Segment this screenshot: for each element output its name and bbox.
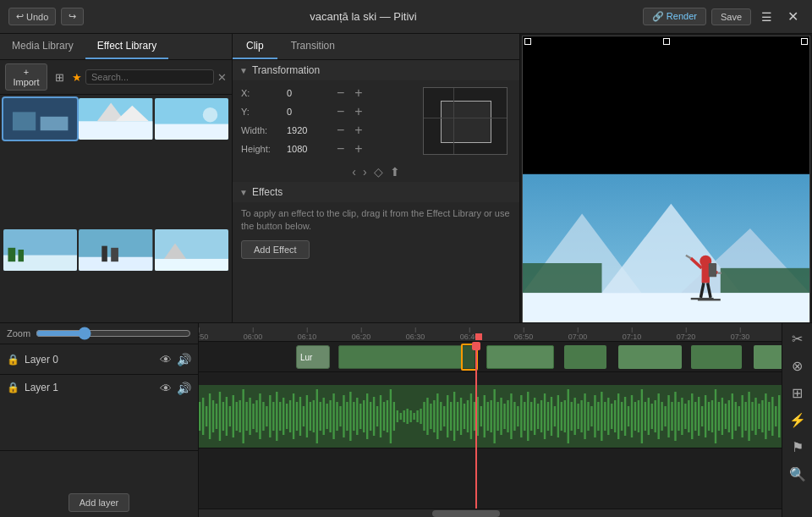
diamond-keyframe-button[interactable]: ◇ [374, 165, 383, 179]
redo-icon: ↪ [69, 11, 76, 22]
svg-rect-93 [343, 395, 344, 437]
svg-rect-85 [316, 389, 318, 443]
clip-block-lur[interactable]: Lur [296, 345, 330, 369]
scissors-tool-button[interactable]: ✂ [786, 327, 809, 350]
svg-rect-135 [484, 395, 486, 437]
svg-rect-48 [709, 263, 716, 277]
ruler-tick-9: 07:20 [677, 327, 696, 341]
layer0-mute-button[interactable]: 🔊 [177, 353, 191, 366]
list-view-button[interactable]: ⊞ [51, 69, 69, 85]
transform-visual [423, 87, 508, 155]
clip-block-4[interactable] [564, 345, 606, 369]
svg-rect-88 [326, 404, 327, 429]
height-value: 1080 [287, 144, 329, 154]
timeline-main: 05:50 06:00 06:10 06:20 06:30 06:40 06:5… [199, 323, 782, 517]
svg-rect-163 [577, 404, 579, 429]
svg-rect-140 [500, 398, 502, 435]
search-clear-button[interactable]: ✕ [217, 71, 227, 84]
height-increment-button[interactable]: + [352, 142, 365, 156]
timeline-scrollbar[interactable] [199, 509, 782, 517]
svg-rect-191 [671, 402, 672, 431]
snap-tool-button[interactable]: ⚡ [786, 408, 809, 432]
x-increment-button[interactable]: + [352, 86, 365, 100]
media-thumbnail-5[interactable] [79, 229, 152, 271]
y-decrement-button[interactable]: − [334, 105, 347, 118]
svg-rect-126 [453, 392, 455, 441]
x-value: 0 [287, 88, 329, 98]
svg-rect-153 [544, 393, 546, 439]
menu-button[interactable]: ☰ [756, 8, 777, 25]
tab-clip[interactable]: Clip [233, 34, 277, 59]
layer0-name: Layer 0 [25, 354, 155, 366]
marker-tool-button[interactable]: ⚑ [786, 435, 809, 459]
effects-hint: To apply an effect to the clip, drag it … [241, 207, 511, 234]
media-thumbnail-3[interactable] [155, 98, 228, 140]
width-increment-button[interactable]: + [352, 124, 365, 137]
clip-block-3[interactable] [486, 345, 554, 369]
tab-transition[interactable]: Transition [277, 34, 348, 59]
track-layer-0: Lur [199, 342, 782, 372]
media-thumbnail-4[interactable] [3, 229, 77, 271]
svg-rect-113 [409, 410, 411, 422]
undo-button[interactable]: ↩ Undo [8, 8, 56, 25]
ruler-tick-2: 06:10 [298, 327, 317, 341]
close-button[interactable]: ✕ [782, 7, 804, 26]
save-button[interactable]: Save [711, 8, 751, 25]
layer-0-row: 🔒 Layer 0 👁 🔊 [0, 344, 198, 375]
svg-rect-223 [778, 395, 780, 437]
add-layer-button[interactable]: Add layer [69, 493, 129, 512]
height-decrement-button[interactable]: − [334, 142, 347, 156]
clip-block-2[interactable] [338, 345, 475, 369]
timeline-scrollbar-thumb[interactable] [432, 510, 500, 517]
grid-tool-button[interactable]: ⊞ [786, 381, 809, 404]
render-button[interactable]: 🔗 Render [643, 8, 706, 25]
layer1-mute-button[interactable]: 🔊 [177, 382, 191, 395]
add-effect-button[interactable]: Add Effect [241, 240, 310, 259]
clip-block-5[interactable] [618, 345, 682, 369]
redo-button[interactable]: ↪ [61, 8, 84, 25]
svg-rect-214 [748, 392, 749, 441]
transition-marker [461, 344, 478, 371]
next-keyframe-button[interactable]: › [363, 165, 367, 179]
layer0-lock-button[interactable]: 🔒 [7, 354, 19, 366]
transform-section-header[interactable]: ▼ Transformation [233, 60, 519, 80]
svg-rect-75 [283, 398, 284, 435]
width-decrement-button[interactable]: − [334, 124, 347, 137]
svg-rect-193 [678, 402, 679, 431]
search-input[interactable] [85, 69, 214, 85]
tab-media-library[interactable]: Media Library [0, 34, 85, 59]
effects-section-header[interactable]: ▼ Effects [233, 182, 519, 202]
svg-rect-99 [363, 400, 365, 432]
import-button[interactable]: + Import [5, 63, 47, 91]
ruler-tick-6: 06:50 [514, 327, 534, 341]
y-row: Y: 0 − + [233, 102, 418, 121]
svg-rect-70 [266, 406, 267, 426]
prev-keyframe-button[interactable]: ‹ [352, 165, 356, 179]
media-thumbnail-2[interactable] [79, 98, 152, 140]
svg-rect-155 [551, 397, 552, 436]
y-increment-button[interactable]: + [352, 105, 365, 118]
layer1-visibility-button[interactable]: 👁 [160, 382, 172, 395]
svg-rect-90 [332, 393, 334, 439]
svg-rect-112 [407, 409, 409, 424]
clip-block-6[interactable] [691, 345, 742, 369]
x-decrement-button[interactable]: − [334, 86, 347, 100]
media-thumbnail-1[interactable] [3, 98, 77, 140]
svg-rect-52 [206, 406, 207, 426]
svg-rect-103 [376, 406, 378, 426]
library-tabs: Media Library Effect Library [0, 34, 232, 60]
tab-effect-library[interactable]: Effect Library [85, 34, 168, 59]
unlink-tool-button[interactable]: ⊗ [786, 354, 809, 377]
svg-rect-183 [645, 402, 646, 431]
layer1-lock-button[interactable]: 🔒 [7, 382, 19, 393]
layer0-visibility-button[interactable]: 👁 [160, 353, 172, 366]
svg-rect-162 [573, 398, 575, 435]
svg-rect-16 [102, 246, 108, 262]
media-thumbnail-6[interactable] [155, 229, 228, 271]
zoom-slider[interactable] [36, 327, 191, 340]
clip-block-7[interactable] [754, 345, 782, 369]
zoom-tool-button[interactable]: 🔍 [786, 462, 809, 486]
reset-button[interactable]: ⬆ [390, 165, 400, 179]
svg-rect-139 [497, 402, 498, 431]
svg-rect-96 [353, 402, 354, 431]
